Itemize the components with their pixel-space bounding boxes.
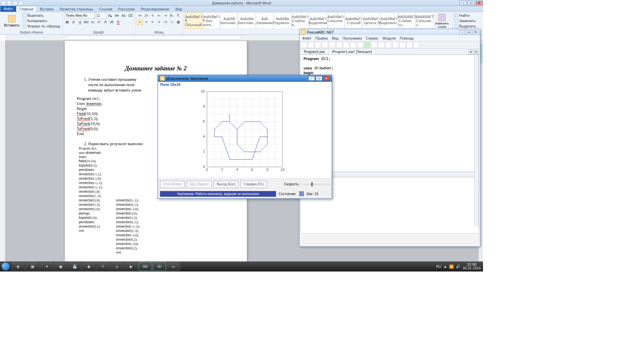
justify-icon[interactable]: ≡ <box>156 19 162 25</box>
maximize-icon[interactable]: ▭ <box>468 1 475 5</box>
style-4[interactable]: АаБНазвание <box>256 13 273 29</box>
paste-icon[interactable] <box>343 42 349 48</box>
tabs-close-icon[interactable]: ✕ <box>474 50 479 54</box>
style-11[interactable]: АаБбВвГгВыделенн... <box>380 13 398 29</box>
step-over-icon[interactable] <box>385 42 391 48</box>
stop-button[interactable]: Стоп (Enter) <box>160 181 185 188</box>
paste-button[interactable]: Вставить <box>3 13 21 29</box>
change-case-icon[interactable]: Aa <box>120 13 126 18</box>
taskbar-yandex[interactable]: Y <box>96 262 110 271</box>
save-file-icon[interactable] <box>315 42 321 48</box>
tray-network-icon[interactable]: 📶 <box>449 264 454 269</box>
menu-edit[interactable]: Правка <box>315 36 328 40</box>
close-icon[interactable]: ✕ <box>476 1 483 5</box>
redo-icon[interactable] <box>357 42 363 48</box>
cut-button[interactable]: Вырезать <box>22 13 61 18</box>
taskbar-utorrent[interactable]: µ <box>110 262 124 271</box>
tab-home[interactable]: Главная <box>16 6 37 12</box>
indent-inc-icon[interactable]: ⇥ <box>162 13 168 18</box>
select-button[interactable]: Выделить <box>454 23 476 28</box>
taskbar-chrome[interactable]: ◉ <box>82 262 96 271</box>
borders-icon[interactable]: ▦ <box>175 19 181 25</box>
speed-slider[interactable] <box>303 184 330 185</box>
grow-font-icon[interactable]: A▴ <box>107 13 113 18</box>
find-button[interactable]: Найти <box>454 13 470 18</box>
toggle2-icon[interactable] <box>399 42 406 48</box>
stop-icon[interactable] <box>371 42 377 48</box>
taskbar-word[interactable]: W <box>153 262 166 271</box>
run-icon[interactable] <box>364 42 370 48</box>
tab-program1[interactable]: •Program1.pas* [Запущен] <box>329 49 375 54</box>
step-button[interactable]: Шаг (Space) <box>187 181 212 188</box>
pascal-title-bar[interactable]: PascalABC.NET – ▭ ✕ <box>300 29 480 35</box>
shrink-font-icon[interactable]: A▾ <box>114 13 120 18</box>
subscript-icon[interactable]: x₂ <box>90 19 96 25</box>
open-file-icon[interactable] <box>308 42 314 48</box>
undo-icon[interactable] <box>13 1 17 5</box>
lang-indicator[interactable]: RU <box>436 264 441 268</box>
menu-help[interactable]: Помощь <box>400 36 414 40</box>
taskbar-app-3[interactable]: ✦ <box>40 262 53 271</box>
style-13[interactable]: ААББВВГГСильная с... <box>416 13 433 29</box>
taskbar-app-2[interactable]: ▦ <box>26 262 39 271</box>
undo-icon[interactable] <box>350 42 356 48</box>
multilevel-icon[interactable]: ≡ <box>150 13 156 18</box>
style-1[interactable]: АаБбВвГг¶ Без инте... <box>203 13 220 29</box>
slider-handle[interactable] <box>311 182 313 186</box>
pascal-close-icon[interactable]: ✕ <box>473 30 479 35</box>
shading-icon[interactable]: ▭ <box>169 19 175 25</box>
taskbar-app-4[interactable]: ▣ <box>54 262 67 271</box>
strike-icon[interactable]: abc <box>83 19 89 25</box>
align-left-icon[interactable]: ≡ <box>137 19 143 25</box>
style-9[interactable]: АаБбВвГгСтрогий <box>345 13 362 29</box>
tab-mailings[interactable]: Рассылки <box>115 6 138 12</box>
numbering-icon[interactable]: 1≡ <box>143 13 149 18</box>
pascal-minimize-icon[interactable]: – <box>459 30 465 35</box>
underline-icon[interactable]: Ч <box>77 19 83 25</box>
vertical-ruler[interactable] <box>0 41 5 261</box>
draw-maximize-icon[interactable]: ▭ <box>316 76 322 81</box>
tray-clock[interactable]: 22:0026.01.2015 <box>463 263 481 270</box>
menu-modules[interactable]: Модули <box>382 36 395 40</box>
toggle4-icon[interactable] <box>414 42 420 48</box>
text-effects-icon[interactable]: A <box>102 19 108 25</box>
style-10[interactable]: АаБбВвГгЦитата 2 <box>363 13 380 29</box>
style-3[interactable]: АаБбВвЗаголово... <box>238 13 256 29</box>
style-6[interactable]: АаБбВвГгСлабое в... <box>291 13 309 29</box>
font-size-combo[interactable]: 11 <box>95 13 106 18</box>
draw-close-icon[interactable]: ✕ <box>323 76 330 81</box>
tab-references[interactable]: Ссылки <box>96 6 115 12</box>
pascal-editor-vscroll[interactable] <box>474 55 479 226</box>
taskbar-app-x[interactable]: ▭ <box>167 262 180 271</box>
font-name-combo[interactable]: Times New Ro <box>64 13 94 18</box>
tab-layout[interactable]: Разметка страницы <box>57 6 96 12</box>
tab-program2[interactable]: Program2.pas <box>301 49 328 54</box>
exit-button[interactable]: Выход (Esc) <box>214 181 238 188</box>
style-7[interactable]: АаБбВвГгВыделение <box>309 13 327 29</box>
font-color-icon[interactable]: A <box>115 19 121 25</box>
highlight-icon[interactable]: ab <box>109 19 115 25</box>
tab-view[interactable]: Вид <box>172 6 185 12</box>
format-painter-button[interactable]: Формат по образцу <box>22 23 61 28</box>
clear-format-icon[interactable]: ⌫ <box>127 13 133 18</box>
copy-icon[interactable] <box>336 42 342 48</box>
style-8[interactable]: АаБбВвГгСильное ... <box>327 13 344 29</box>
cut-icon[interactable] <box>329 42 335 48</box>
menu-program[interactable]: Программа <box>342 36 362 40</box>
step-into-icon[interactable] <box>378 42 384 48</box>
align-center-icon[interactable]: ≡ <box>143 19 149 25</box>
toggle-icon[interactable] <box>392 42 398 48</box>
taskbar-player[interactable]: ▶ <box>124 262 138 271</box>
style-5[interactable]: АаБбВвПодзагол... <box>274 13 291 29</box>
style-2[interactable]: АаБбВЗаголово... <box>220 13 238 29</box>
tab-review[interactable]: Рецензирование <box>138 6 172 12</box>
pascal-maximize-icon[interactable]: ▭ <box>466 30 472 35</box>
help-button[interactable]: Справка (F1) <box>240 181 267 188</box>
tab-insert[interactable]: Вставка <box>37 6 57 12</box>
italic-icon[interactable]: К <box>70 19 76 25</box>
change-styles-button[interactable]: Изменить стили <box>434 13 450 29</box>
file-tab[interactable]: Файл <box>0 6 16 12</box>
superscript-icon[interactable]: x² <box>96 19 102 25</box>
new-file-icon[interactable] <box>301 42 307 48</box>
bold-icon[interactable]: Ж <box>64 19 70 25</box>
